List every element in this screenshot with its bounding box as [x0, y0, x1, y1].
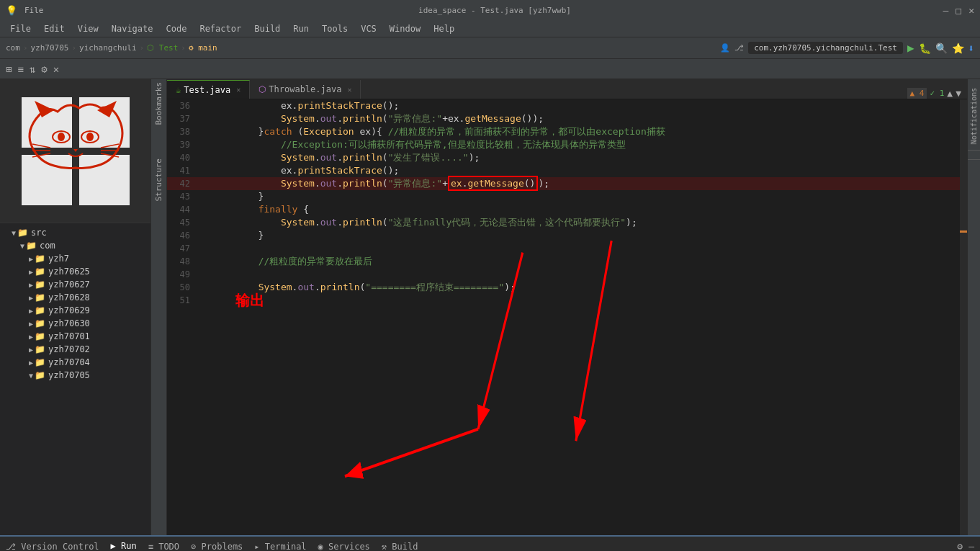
code-line-46: 46 }: [167, 229, 960, 242]
svg-point-6: [58, 133, 65, 141]
scroll-down-icon[interactable]: ▼: [956, 88, 961, 99]
menu-code[interactable]: Code: [161, 22, 193, 35]
left-sidebar-icons: Bookmarks Structure: [151, 79, 167, 535]
minimize-button[interactable]: —: [943, 5, 949, 16]
menu-refactor[interactable]: Refactor: [194, 22, 247, 35]
nav-breadcrumb-com[interactable]: com: [6, 43, 20, 53]
code-line-47: 47: [167, 242, 960, 255]
bottom-close-icon[interactable]: —: [968, 541, 974, 551]
code-line-36: 36 ex.printStackTrace();: [167, 99, 960, 112]
menu-bar: File Edit View Navigate Code Refactor Bu…: [0, 20, 980, 37]
bottom-settings-icon[interactable]: ⚙: [957, 541, 963, 551]
nav-breadcrumb-yichangchuli[interactable]: yichangchuli: [79, 43, 136, 53]
tree-item-yzh70705[interactable]: ▼ 📁 yzh70705: [0, 369, 150, 382]
code-line-37: 37 System.out.println("异常信息:"+ex.getMess…: [167, 112, 960, 125]
bottom-right-actions: ⚙ —: [957, 541, 974, 551]
tool-settings-icon[interactable]: ⚙: [41, 63, 47, 75]
right-panel: Notifications: [967, 79, 980, 535]
tree-item-com[interactable]: ▼ 📁 com: [0, 239, 150, 252]
app-logo: 💡: [6, 5, 17, 16]
code-scroll[interactable]: 36 ex.printStackTrace(); 37 System.out.p…: [167, 99, 960, 535]
tree-item-src[interactable]: ▼ 📁 src: [0, 226, 150, 239]
menu-tools[interactable]: Tools: [316, 22, 354, 35]
file-menu-item[interactable]: File: [22, 6, 47, 15]
nav-vcs-icon: ⎇: [734, 43, 744, 53]
divider1: [968, 150, 980, 151]
menu-run[interactable]: Run: [287, 22, 315, 35]
code-container: 36 ex.printStackTrace(); 37 System.out.p…: [167, 99, 967, 535]
nav-breadcrumb-test[interactable]: ⬡ Test: [147, 43, 178, 53]
file-tree: ▼ 📁 src ▼ 📁 com ▶ 📁 yzh7 ▶ 📁 yzh70625 ▶: [0, 223, 150, 385]
main-layout: ▼ 📁 src ▼ 📁 com ▶ 📁 yzh7 ▶ 📁 yzh70625 ▶: [0, 79, 980, 535]
tree-label-yzh70628: yzh70628: [48, 292, 90, 303]
tree-item-yzh70704[interactable]: ▶ 📁 yzh70704: [0, 356, 150, 369]
notifications-label[interactable]: Notifications: [970, 88, 978, 144]
bottom-tab-run[interactable]: ▶ Run: [111, 541, 137, 552]
code-scrollbar[interactable]: [960, 99, 967, 535]
bottom-tab-todo[interactable]: ≡ TODO: [148, 542, 179, 552]
tab-throwable-close[interactable]: ✕: [347, 86, 351, 94]
nav-run-config[interactable]: com.yzh70705.yichangchuli.Test: [748, 42, 903, 54]
warning-count: ▲ 4: [907, 88, 927, 99]
tab-java-icon: ☕: [176, 85, 181, 95]
tab-test-label: Test.java: [184, 85, 230, 95]
menu-build[interactable]: Build: [248, 22, 286, 35]
nav-breadcrumb-yzh70705[interactable]: yzh70705: [31, 43, 69, 53]
nav-sep3: ›: [140, 43, 145, 53]
nav-profile-icon: 👤: [720, 43, 730, 53]
tab-test-close[interactable]: ✕: [236, 86, 240, 94]
divider2: [968, 159, 980, 160]
code-line-49: 49: [167, 268, 960, 281]
scroll-up-icon[interactable]: ▲: [947, 88, 953, 99]
tabs-bar: ☕ Test.java ✕ ⬡ Throwable.java ✕ ▲ 4 ✓ 1…: [167, 79, 967, 99]
title-left: 💡 File: [6, 5, 47, 16]
tree-item-yzh70627[interactable]: ▶ 📁 yzh70627: [0, 278, 150, 291]
structure-icon[interactable]: Structure: [154, 158, 163, 202]
maximize-button[interactable]: □: [956, 5, 961, 16]
check-count: ✓ 1: [930, 89, 944, 98]
code-line-40: 40 System.out.println("发生了错误....");: [167, 151, 960, 164]
close-button[interactable]: ✕: [968, 5, 974, 16]
tool-structure-icon[interactable]: ⊞: [6, 63, 12, 75]
bottom-tab-services[interactable]: ◉ Services: [318, 542, 370, 552]
code-line-43: 43 }: [167, 190, 960, 203]
menu-edit[interactable]: Edit: [38, 22, 71, 35]
nav-sep4: ›: [181, 43, 186, 53]
tool-align-icon[interactable]: ≡: [17, 63, 23, 75]
bottom-tab-terminal[interactable]: ▸ Terminal: [254, 542, 306, 552]
tree-label-yzh7: yzh7: [48, 254, 69, 264]
tab-test-java[interactable]: ☕ Test.java ✕: [167, 80, 250, 99]
tree-item-yzh7[interactable]: ▶ 📁 yzh7: [0, 252, 150, 265]
menu-window[interactable]: Window: [384, 22, 426, 35]
menu-file[interactable]: File: [4, 22, 37, 35]
tree-item-yzh70702[interactable]: ▶ 📁 yzh70702: [0, 343, 150, 356]
logo-area: [0, 79, 151, 223]
tool-close-icon[interactable]: ✕: [53, 63, 59, 75]
menu-vcs[interactable]: VCS: [355, 22, 382, 35]
bottom-tab-version-control[interactable]: ⎇ Version Control: [6, 542, 99, 552]
tree-item-yzh70701[interactable]: ▶ 📁 yzh70701: [0, 330, 150, 343]
tree-item-yzh70630[interactable]: ▶ 📁 yzh70630: [0, 317, 150, 330]
tree-item-yzh70629[interactable]: ▶ 📁 yzh70629: [0, 304, 150, 317]
update-icon[interactable]: ⬇: [968, 42, 974, 54]
menu-navigate[interactable]: Navigate: [106, 22, 159, 35]
tab-throwable-java[interactable]: ⬡ Throwable.java ✕: [250, 80, 361, 99]
nav-bar: com › yzh70705 › yichangchuli › ⬡ Test ›…: [0, 37, 980, 59]
warning-icon[interactable]: ⭐: [952, 42, 964, 54]
nav-breadcrumb-main[interactable]: ⚙ main: [189, 43, 217, 53]
tool-sort-icon[interactable]: ⇅: [30, 63, 35, 75]
bookmarks-icon[interactable]: Bookmarks: [154, 82, 163, 125]
nav-run-section: 👤 ⎇ com.yzh70705.yichangchuli.Test ▶ 🐛 🔍…: [720, 41, 974, 55]
menu-help[interactable]: Help: [428, 22, 460, 35]
code-line-48: 48 //粗粒度的异常要放在最后: [167, 255, 960, 268]
menu-view[interactable]: View: [72, 22, 104, 35]
tree-item-yzh70628[interactable]: ▶ 📁 yzh70628: [0, 291, 150, 304]
bottom-tab-build[interactable]: ⚒ Build: [382, 542, 418, 552]
code-line-41: 41 ex.printStackTrace();: [167, 164, 960, 177]
tree-item-yzh70625[interactable]: ▶ 📁 yzh70625: [0, 265, 150, 278]
tree-label-yzh70704: yzh70704: [48, 357, 90, 367]
debug-button[interactable]: 🐛: [919, 42, 931, 54]
search-icon[interactable]: 🔍: [935, 42, 948, 54]
bottom-tab-problems[interactable]: ⊘ Problems: [191, 542, 243, 552]
run-button[interactable]: ▶: [907, 41, 914, 55]
